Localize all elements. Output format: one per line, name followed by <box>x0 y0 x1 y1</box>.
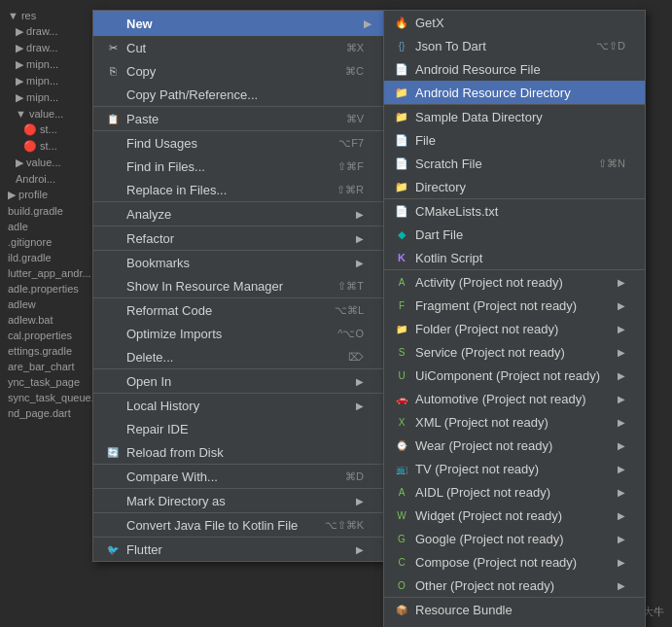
arrow-icon: ▶ <box>618 534 625 544</box>
arrow-icon: ▶ <box>356 233 364 244</box>
submenu-item-file[interactable]: 📄 File <box>384 128 645 152</box>
android-dir-icon: 📁 <box>394 85 409 100</box>
menu-item-compare[interactable]: Compare With... ⌘D <box>93 465 383 489</box>
menu-item-find-usages[interactable]: Find Usages ⌥F7 <box>93 131 383 155</box>
submenu-item-folder[interactable]: 📁 Folder (Project not ready) ▶ <box>384 317 645 340</box>
find-files-icon <box>105 158 121 174</box>
resource-manager-icon <box>105 278 121 294</box>
arrow-icon: ▶ <box>618 394 625 404</box>
compare-icon <box>105 469 121 484</box>
menu-item-resource-manager[interactable]: Show In Resource Manager ⇧⌘T <box>93 274 383 298</box>
shortcut-label: ⇧⌘R <box>336 184 364 196</box>
copy-icon: ⎘ <box>105 63 121 79</box>
submenu-item-activity[interactable]: A Activity (Project not ready) ▶ <box>384 270 645 294</box>
shortcut-label: ⌥⌘L <box>335 304 364 317</box>
file-tree-item: 🔴 st... <box>4 138 93 155</box>
menu-item-replace-files[interactable]: Replace in Files... ⇧⌘R <box>93 178 383 202</box>
menu-item-reload-disk[interactable]: 🔄 Reload from Disk <box>93 440 383 465</box>
menu-item-label: Find Usages <box>126 136 319 151</box>
menu-item-analyze[interactable]: Analyze ▶ <box>93 202 383 226</box>
aidl-icon: A <box>394 484 409 500</box>
submenu-item-label: Android Resource Directory <box>415 86 625 100</box>
menu-item-copy[interactable]: ⎘ Copy ⌘C <box>93 59 383 83</box>
submenu-item-dart-file[interactable]: ◆ Dart File <box>384 223 645 246</box>
submenu-item-android-resource-file[interactable]: 📄 Android Resource File <box>384 57 645 81</box>
arrow-icon: ▶ <box>356 376 364 387</box>
file-tree-item: ▼ res <box>4 8 93 23</box>
kotlin-icon <box>105 517 121 533</box>
menu-item-label: Cut <box>126 41 327 55</box>
submenu-item-other[interactable]: O Other (Project not ready) ▶ <box>384 574 645 598</box>
menu-item-label: Compare With... <box>126 470 326 484</box>
menu-item-flutter[interactable]: 🐦 Flutter ▶ <box>93 538 383 561</box>
arrow-icon: ▶ <box>356 209 364 220</box>
menu-item-copy-path[interactable]: Copy Path/Reference... <box>93 83 383 107</box>
submenu-item-android-resource-dir[interactable]: 📁 Android Resource Directory <box>384 81 645 105</box>
shortcut-label: ⇧⌘T <box>337 280 364 293</box>
submenu-item-label: File <box>415 133 625 148</box>
arrow-icon: ▶ <box>356 496 364 506</box>
shortcut-label: ⌘X <box>346 42 364 54</box>
uicomponent-icon: U <box>394 367 409 383</box>
submenu-item-xml[interactable]: X XML (Project not ready) ▶ <box>384 410 645 434</box>
submenu-item-resource-bundle[interactable]: 📦 Resource Bundle <box>384 598 645 621</box>
submenu-item-getx[interactable]: 🔥 GetX <box>384 11 645 34</box>
menu-item-delete[interactable]: Delete... ⌦ <box>93 345 383 369</box>
sample-dir-icon: 📁 <box>394 109 409 124</box>
file-tree-item: adle <box>4 219 93 234</box>
submenu-item-widget[interactable]: W Widget (Project not ready) ▶ <box>384 504 645 527</box>
submenu-item-editorconfig[interactable]: ⚙ EditorConfig File <box>384 621 645 627</box>
submenu-item-directory[interactable]: 📁 Directory <box>384 175 645 199</box>
file-tree-item: .gitignore <box>4 234 93 250</box>
wear-icon: ⌚ <box>394 437 409 453</box>
submenu-item-compose[interactable]: C Compose (Project not ready) ▶ <box>384 550 645 574</box>
menu-item-repair-ide[interactable]: Repair IDE <box>93 417 383 440</box>
submenu-item-label: Service (Project not ready) <box>415 345 618 360</box>
submenu-new: 🔥 GetX {} Json To Dart ⌥⇧D 📄 Android Res… <box>383 10 646 627</box>
submenu-item-google[interactable]: G Google (Project not ready) ▶ <box>384 527 645 550</box>
menu-item-bookmarks[interactable]: Bookmarks ▶ <box>93 251 383 274</box>
arrow-icon: ▶ <box>618 300 625 311</box>
submenu-item-scratch-file[interactable]: 📄 Scratch File ⇧⌘N <box>384 152 645 175</box>
arrow-icon: ▶ <box>618 580 625 591</box>
menu-item-label: Optimize Imports <box>126 327 318 341</box>
menu-item-label: Find in Files... <box>126 159 318 174</box>
arrow-icon: ▶ <box>618 370 625 381</box>
submenu-item-wear[interactable]: ⌚ Wear (Project not ready) ▶ <box>384 434 645 457</box>
arrow-icon: ▶ <box>618 557 625 568</box>
menu-item-paste[interactable]: 📋 Paste ⌘V <box>93 107 383 131</box>
submenu-item-uicomponent[interactable]: U UiComponent (Project not ready) ▶ <box>384 364 645 387</box>
submenu-item-automotive[interactable]: 🚗 Automotive (Project not ready) ▶ <box>384 387 645 410</box>
menu-item-reformat[interactable]: Reformat Code ⌥⌘L <box>93 298 383 322</box>
submenu-item-sample-data-dir[interactable]: 📁 Sample Data Directory <box>384 105 645 128</box>
arrow-icon: ▶ <box>618 510 625 521</box>
arrow-icon: ▶ <box>364 18 371 29</box>
reload-icon: 🔄 <box>105 444 121 460</box>
menu-item-mark-directory[interactable]: Mark Directory as ▶ <box>93 489 383 513</box>
menu-item-label: Reload from Disk <box>126 445 364 460</box>
submenu-item-label: UiComponent (Project not ready) <box>415 368 618 383</box>
submenu-item-json-to-dart[interactable]: {} Json To Dart ⌥⇧D <box>384 34 645 57</box>
submenu-item-cmakelists[interactable]: 📄 CMakeLists.txt <box>384 199 645 223</box>
paste-icon: 📋 <box>105 111 121 126</box>
submenu-item-tv[interactable]: 📺 TV (Project not ready) ▶ <box>384 457 645 480</box>
submenu-item-fragment[interactable]: F Fragment (Project not ready) ▶ <box>384 294 645 317</box>
submenu-item-aidl[interactable]: A AIDL (Project not ready) ▶ <box>384 480 645 504</box>
file-tree-item: adle.properties <box>4 281 93 296</box>
submenu-item-kotlin-script[interactable]: K Kotlin Script <box>384 246 645 270</box>
menu-item-refactor[interactable]: Refactor ▶ <box>93 226 383 251</box>
menu-item-find-files[interactable]: Find in Files... ⇧⌘F <box>93 155 383 178</box>
menu-item-local-history[interactable]: Local History ▶ <box>93 394 383 417</box>
arrow-icon: ▶ <box>618 487 625 498</box>
menu-item-open-in[interactable]: Open In ▶ <box>93 369 383 394</box>
menu-item-new[interactable]: New ▶ <box>93 11 383 36</box>
menu-item-optimize-imports[interactable]: Optimize Imports ^⌥O <box>93 322 383 345</box>
resource-bundle-icon: 📦 <box>394 602 409 617</box>
shortcut-label: ⌥⇧⌘K <box>325 519 364 532</box>
menu-item-cut[interactable]: ✂ Cut ⌘X <box>93 36 383 59</box>
xml-icon: X <box>394 414 409 430</box>
shortcut-label: ⌘V <box>346 113 364 125</box>
submenu-item-service[interactable]: S Service (Project not ready) ▶ <box>384 340 645 364</box>
shortcut-label: ⌘D <box>345 470 364 483</box>
menu-item-convert-kotlin[interactable]: Convert Java File to Kotlin File ⌥⇧⌘K <box>93 513 383 538</box>
